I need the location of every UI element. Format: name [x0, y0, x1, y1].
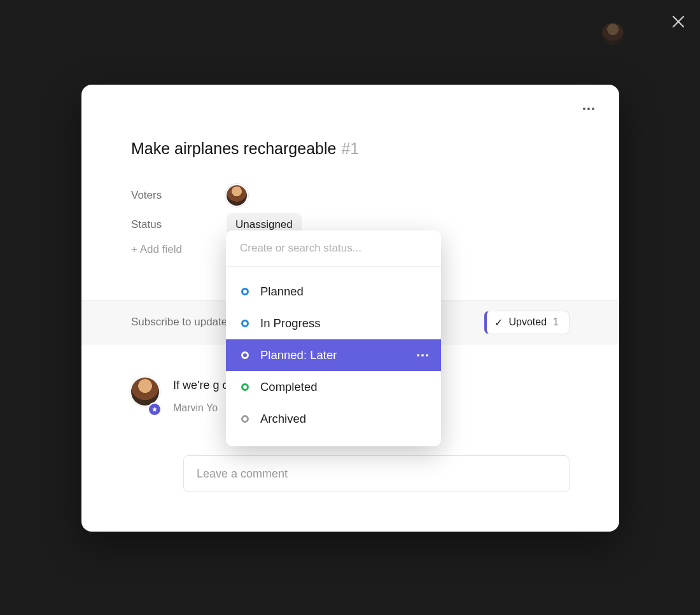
status-option-label: Planned	[260, 285, 304, 299]
status-option-more-icon[interactable]	[417, 354, 428, 357]
status-search-input[interactable]	[240, 242, 427, 255]
upvote-button[interactable]: ✓ Upvoted 1	[484, 311, 570, 334]
status-label: Status	[131, 218, 227, 231]
status-option-list: Planned In Progress Planned: Later Compl…	[226, 267, 441, 446]
status-option-label: Archived	[260, 412, 306, 426]
comment-input-wrapper[interactable]	[183, 455, 570, 492]
status-option-label: Planned: Later	[260, 348, 337, 362]
status-dot-icon	[241, 415, 249, 423]
upvote-label: Upvoted	[509, 316, 547, 328]
status-dropdown: Planned In Progress Planned: Later Compl…	[226, 230, 441, 446]
voters-field: Voters	[131, 181, 570, 210]
status-dot-icon	[241, 288, 249, 295]
status-dot-icon	[241, 351, 249, 359]
modal-more-icon[interactable]	[580, 100, 598, 118]
check-icon: ✓	[494, 316, 503, 329]
status-option-completed[interactable]: Completed	[226, 371, 441, 403]
admin-badge-icon	[149, 404, 160, 415]
item-id: #1	[341, 139, 359, 158]
close-icon[interactable]	[667, 10, 690, 33]
item-title: Make airplanes rechargeable	[131, 139, 336, 158]
status-option-archived[interactable]: Archived	[226, 403, 441, 435]
status-dot-icon	[241, 383, 249, 391]
upvote-count: 1	[553, 316, 559, 328]
voter-avatar[interactable]	[227, 185, 247, 206]
comment-author-avatar[interactable]	[131, 378, 159, 406]
status-option-planned-later[interactable]: Planned: Later	[226, 339, 441, 371]
voters-label: Voters	[131, 189, 227, 202]
status-option-planned[interactable]: Planned	[226, 276, 441, 308]
status-option-in-progress[interactable]: In Progress	[226, 308, 441, 339]
status-option-label: Completed	[260, 380, 317, 394]
status-dot-icon	[241, 320, 249, 327]
comment-input[interactable]	[197, 467, 556, 481]
item-title-row: Make airplanes rechargeable #1	[131, 139, 570, 158]
status-option-label: In Progress	[260, 316, 321, 330]
subscribe-label[interactable]: Subscribe to updates	[131, 316, 233, 329]
